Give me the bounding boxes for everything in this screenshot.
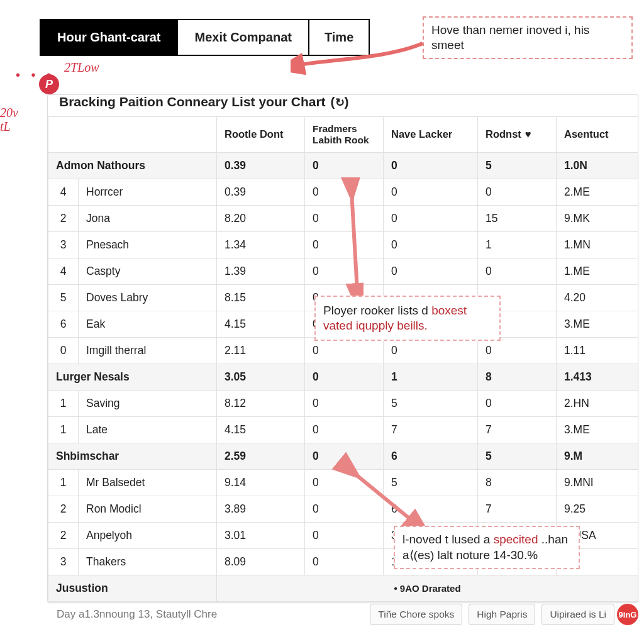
tab-hour-ghant[interactable]: Hour Ghant-carat xyxy=(41,20,178,55)
row-idx: 0 xyxy=(48,337,79,364)
row-val: 3.ME xyxy=(557,416,638,443)
row-val: 9.MK xyxy=(557,205,638,231)
group-name: Lurger Nesals xyxy=(48,364,217,390)
row-val: 0 xyxy=(384,179,478,205)
row-val: 9.MNI xyxy=(557,469,638,496)
row-val: 0 xyxy=(478,390,557,416)
row-idx: 6 xyxy=(48,311,79,337)
row-val: 9.25 xyxy=(557,496,638,522)
refresh-wrap: (↻) xyxy=(331,94,349,109)
row-name: Caspty xyxy=(79,258,217,284)
group-val: 1 xyxy=(384,364,478,390)
row-name: Eak xyxy=(79,311,217,337)
row-name: Ron Modicl xyxy=(79,496,217,522)
row-val: 7 xyxy=(478,496,557,522)
row-val: 4.15 xyxy=(217,416,305,443)
row-val: 2.ME xyxy=(557,179,638,205)
row-idx: 3 xyxy=(48,548,79,575)
group-val: 5 xyxy=(478,152,557,179)
card-title-text: Bracking Paition Conneary List your Char… xyxy=(59,94,326,109)
col-fradmers[interactable]: Fradmers Labith Rook xyxy=(305,117,384,153)
btn-papris[interactable]: High Papris xyxy=(469,604,535,625)
group-val: 1.0N xyxy=(557,152,638,179)
anno2-c: vated iqupply beills. xyxy=(323,319,428,332)
row-val: 8.09 xyxy=(217,548,305,575)
row-val: 1.11 xyxy=(557,337,638,364)
card-title: Bracking Paition Conneary List your Char… xyxy=(48,93,349,118)
refresh-icon[interactable]: ↻ xyxy=(335,96,345,109)
row-idx: 3 xyxy=(48,231,79,258)
group-name: Shbimschar xyxy=(48,443,217,469)
row-val: 7 xyxy=(478,416,557,443)
row-val: 0 xyxy=(384,258,478,284)
footer-label: Jusustion xyxy=(48,575,217,601)
row-name: Imgill therral xyxy=(79,337,217,364)
btn-uipiraed[interactable]: Uipiraed is Li xyxy=(541,604,614,625)
row-name: Late xyxy=(79,416,217,443)
group-val: 3.05 xyxy=(217,364,305,390)
row-val: 1 xyxy=(478,231,557,258)
row-idx: 2 xyxy=(48,205,79,231)
row-val: 1.MN xyxy=(557,231,638,258)
row-val: 3.ME xyxy=(557,311,638,337)
row-idx: 1 xyxy=(48,469,79,496)
col-asentuct[interactable]: Asentuct xyxy=(557,117,638,153)
footer-row: Jusustion• 9AO Drarated xyxy=(48,575,638,601)
annotation-bottom: l-noved t lused a specited ..han a⟨(es) … xyxy=(394,526,580,569)
hand-label-1: 2TLow xyxy=(64,60,99,75)
row-val: 2.11 xyxy=(217,337,305,364)
row-name: Horrcer xyxy=(79,179,217,205)
anno3-b: specited xyxy=(494,533,538,546)
row-val: 0 xyxy=(478,179,557,205)
row-val: 1.34 xyxy=(217,231,305,258)
row-idx: 1 xyxy=(48,416,79,443)
row-val: 15 xyxy=(478,205,557,231)
row-val: 0 xyxy=(478,337,557,364)
anno2-a: Ployer rooker lists d xyxy=(323,304,431,317)
row-val: 8 xyxy=(478,469,557,496)
row-name: Anpelyoh xyxy=(79,522,217,548)
row-idx: 1 xyxy=(48,390,79,416)
row-idx: 5 xyxy=(48,284,79,311)
red-dot-icon[interactable]: 9inG xyxy=(617,604,638,625)
group-val: 1.413 xyxy=(557,364,638,390)
row-name: Jona xyxy=(79,205,217,231)
row-val: 1.39 xyxy=(217,258,305,284)
group-row: Admon Nathours0.390051.0N xyxy=(48,152,638,179)
table-row[interactable]: 0Imgill therral2.110001.11 xyxy=(48,337,638,364)
table-header-row: Rootle Dont Fradmers Labith Rook Nave La… xyxy=(48,117,638,153)
group-val: 0 xyxy=(305,152,384,179)
row-idx: 2 xyxy=(48,522,79,548)
row-val: 0 xyxy=(305,337,384,364)
anno3-a: l-noved t lused a xyxy=(402,533,494,546)
row-val: 0 xyxy=(384,337,478,364)
heart-icon: ♥ xyxy=(525,128,531,140)
dots-icon: • • • xyxy=(16,68,55,82)
row-val: 8.15 xyxy=(217,284,305,311)
arrow-icon xyxy=(338,177,364,300)
row-val: 3.89 xyxy=(217,496,305,522)
app-root: { "tabs": { "items": [ { "label": "Hour … xyxy=(0,0,644,644)
group-val: 0.39 xyxy=(217,152,305,179)
annotation-middle: Ployer rooker lists d boxest vated iqupp… xyxy=(314,296,501,341)
footer-note: • 9AO Drarated xyxy=(217,575,638,601)
row-val: 0 xyxy=(305,548,384,575)
annotation-top: Hove than nemer inoved i, his smeet xyxy=(423,16,633,59)
status-text: Day a1.3nnoung 13, Stautyll Chre xyxy=(57,608,217,621)
btn-chore[interactable]: Tiñe Chore spoks xyxy=(370,604,462,625)
row-val: 0 xyxy=(384,205,478,231)
col-rootle[interactable]: Rootle Dont xyxy=(217,117,305,153)
col-nave[interactable]: Nave Lacker xyxy=(384,117,478,153)
row-name: Mr Balsedet xyxy=(79,469,217,496)
group-val: 8 xyxy=(478,364,557,390)
col-rodnst[interactable]: Rodnst♥ xyxy=(478,117,557,153)
anno2-b: boxest xyxy=(431,304,467,317)
arrow-icon xyxy=(326,402,452,528)
group-row: Lurger Nesals3.050181.413 xyxy=(48,364,638,390)
col-blank xyxy=(48,117,217,153)
status-bar: Day a1.3nnoung 13, Stautyll Chre Tiñe Ch… xyxy=(57,604,638,625)
arrow-icon xyxy=(291,40,429,78)
group-val: 0 xyxy=(305,364,384,390)
row-val: 8.12 xyxy=(217,390,305,416)
tab-mexit[interactable]: Mexit Companat xyxy=(178,20,309,55)
